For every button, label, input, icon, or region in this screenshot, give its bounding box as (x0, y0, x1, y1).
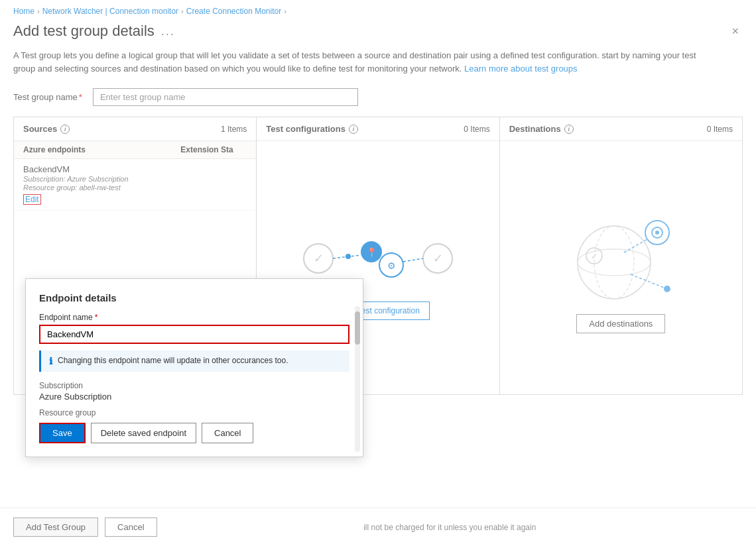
popup-overlay (0, 0, 756, 546)
popup-title: Endpoint details (39, 292, 349, 303)
popup-scrollbar-track[interactable] (355, 306, 360, 452)
endpoint-name-input[interactable] (39, 325, 349, 344)
popup-required: * (95, 313, 98, 322)
info-box-text: Changing this endpoint name will update … (58, 356, 288, 366)
popup-save-button[interactable]: Save (39, 423, 86, 443)
popup-buttons: Save Delete saved endpoint Cancel (39, 423, 349, 443)
subscription-value: Azure Subscription (39, 392, 349, 402)
subscription-label: Subscription (39, 381, 349, 390)
resource-group-label: Resource group (39, 408, 349, 417)
info-box-icon: ℹ (49, 356, 52, 366)
popup-cancel-button[interactable]: Cancel (202, 423, 253, 443)
popup-scrollbar-thumb (355, 311, 360, 345)
endpoint-name-label: Endpoint name * (39, 313, 349, 322)
popup-delete-button[interactable]: Delete saved endpoint (91, 423, 196, 443)
popup-info-box: ℹ Changing this endpoint name will updat… (39, 351, 349, 372)
endpoint-details-popup: Endpoint details Endpoint name * ℹ Chang… (25, 278, 363, 457)
